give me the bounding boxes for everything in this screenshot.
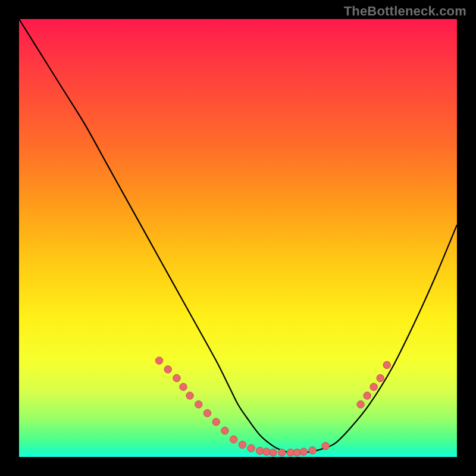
curve-marker <box>248 444 255 452</box>
curve-marker <box>309 447 316 454</box>
curve-marker <box>195 400 202 408</box>
curve-marker <box>221 427 228 434</box>
curve-marker <box>357 400 364 408</box>
chart-plot-area <box>19 19 457 457</box>
curve-marker <box>203 409 211 416</box>
watermark-text: TheBottleneck.com <box>344 4 466 19</box>
curve-marker <box>256 447 264 454</box>
curve-marker <box>180 383 187 390</box>
curve-marker <box>383 361 390 368</box>
curve-marker <box>377 374 384 381</box>
curve-marker <box>230 436 237 443</box>
curve-marker <box>155 357 162 364</box>
curve-marker <box>293 449 300 456</box>
curve-marker <box>173 374 180 381</box>
curve-markers <box>155 357 390 456</box>
curve-marker <box>270 449 277 456</box>
curve-marker <box>278 449 285 456</box>
curve-path <box>19 19 457 453</box>
curve-marker <box>300 448 307 455</box>
chart-frame: TheBottleneck.com <box>0 0 476 476</box>
curve-marker <box>364 392 371 399</box>
curve-marker <box>212 418 220 425</box>
bottleneck-curve <box>19 19 457 453</box>
curve-marker <box>186 392 193 399</box>
chart-svg <box>19 19 457 457</box>
curve-marker <box>164 366 171 373</box>
curve-marker <box>370 383 377 390</box>
curve-marker <box>239 441 246 448</box>
curve-marker <box>263 448 270 455</box>
curve-marker <box>322 442 329 449</box>
